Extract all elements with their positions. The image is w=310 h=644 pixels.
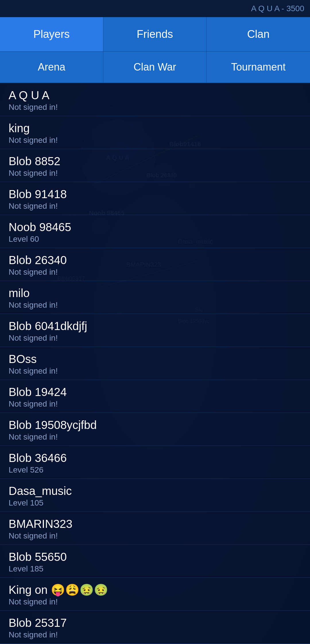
player-name: Noob 98465 [9,220,301,234]
player-name: BMARIN323 [9,517,301,531]
player-status: Not signed in! [9,103,301,112]
tab-row-2: Arena Clan War Tournament [0,52,310,83]
player-status: Not signed in! [9,268,301,277]
player-status: Not signed in! [9,597,301,606]
player-item[interactable]: Noob 98465Level 60 [0,215,310,248]
score-display: A Q U A - 3500 [251,4,304,13]
player-item[interactable]: Blob 19424Not signed in! [0,380,310,413]
player-item[interactable]: BOssNot signed in! [0,347,310,380]
player-name: Blob 8852 [9,154,301,168]
player-name: King on 😝😩🤢🤢 [9,583,301,597]
player-status: Not signed in! [9,300,301,310]
player-name: Blob 36466 [9,451,301,465]
player-item[interactable]: kingNot signed in! [0,116,310,149]
player-item[interactable]: Blob 25317Not signed in! [0,611,310,644]
tab-clan[interactable]: Clan [207,17,310,52]
player-name: Blob 6041dkdjfj [9,319,301,333]
player-name: Dasa_music [9,484,301,498]
top-bar: A Q U A - 3500 [0,0,310,17]
tab-players[interactable]: Players [0,17,103,52]
tab-arena[interactable]: Arena [0,52,103,83]
player-item[interactable]: Dasa_musicLevel 105 [0,479,310,512]
player-list: A Q U ANot signed in!kingNot signed in!B… [0,83,310,644]
player-item[interactable]: miloNot signed in! [0,281,310,314]
player-status: Not signed in! [9,531,301,540]
player-status: Not signed in! [9,333,301,343]
player-name: Blob 19508ycjfbd [9,418,301,432]
player-status: Level 526 [9,465,301,475]
player-item[interactable]: Blob 19508ycjfbdNot signed in! [0,413,310,446]
player-name: BOss [9,352,301,366]
player-status: Level 105 [9,498,301,508]
player-item[interactable]: BMARIN323Not signed in! [0,512,310,545]
player-name: king [9,121,301,135]
player-status: Not signed in! [9,202,301,211]
player-status: Not signed in! [9,136,301,145]
tab-clanwar[interactable]: Clan War [103,52,207,83]
tab-tournament[interactable]: Tournament [207,52,310,83]
player-name: Blob 91418 [9,187,301,201]
player-item[interactable]: Blob 6041dkdjfjNot signed in! [0,314,310,347]
player-item[interactable]: Blob 91418Not signed in! [0,182,310,215]
player-status: Not signed in! [9,432,301,442]
player-status: Not signed in! [9,366,301,376]
player-name: Blob 25317 [9,616,301,630]
player-item[interactable]: King on 😝😩🤢🤢Not signed in! [0,578,310,611]
player-item[interactable]: Blob 8852Not signed in! [0,149,310,182]
player-item[interactable]: Blob 36466Level 526 [0,446,310,479]
tab-friends[interactable]: Friends [103,17,207,52]
player-status: Level 185 [9,564,301,573]
player-name: milo [9,286,301,300]
player-status: Level 60 [9,235,301,244]
player-item[interactable]: A Q U ANot signed in! [0,83,310,116]
player-name: A Q U A [9,88,301,102]
player-status: Not signed in! [9,630,301,639]
player-item[interactable]: Blob 26340Not signed in! [0,248,310,281]
player-name: Blob 26340 [9,253,301,267]
player-item[interactable]: Blob 55650Level 185 [0,545,310,578]
player-status: Not signed in! [9,399,301,409]
player-status: Not signed in! [9,169,301,178]
player-name: Blob 19424 [9,385,301,399]
player-name: Blob 55650 [9,550,301,564]
tab-row-1: Players Friends Clan [0,17,310,52]
